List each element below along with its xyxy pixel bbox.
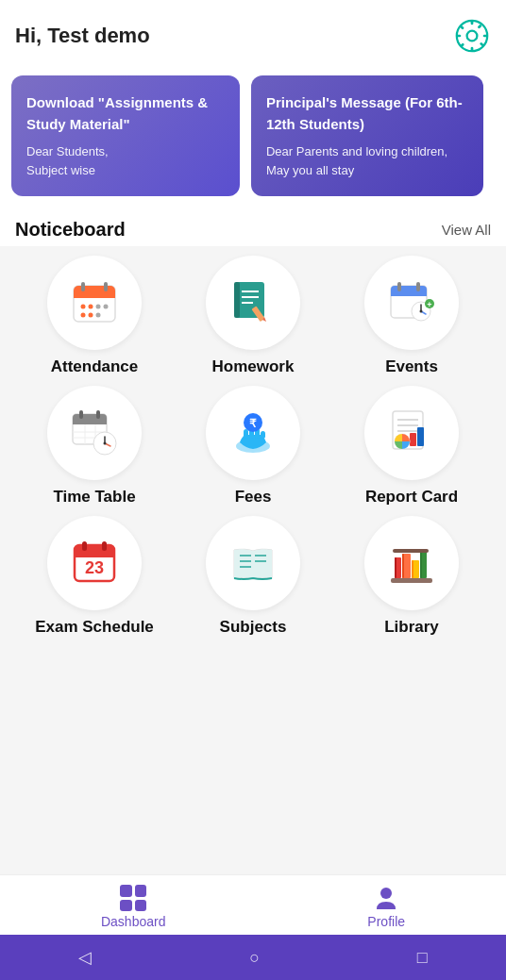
timetable-item[interactable]: Time Table	[28, 386, 160, 507]
svg-rect-86	[412, 560, 413, 578]
bottom-nav: Dashboard Profile	[0, 874, 506, 935]
examschedule-label: Exam Schedule	[35, 618, 154, 637]
banner-1-title: Download "Assignments & Study Material"	[26, 92, 225, 135]
reportcard-icon	[385, 407, 438, 459]
svg-rect-44	[79, 410, 83, 419]
profile-nav-label: Profile	[367, 914, 405, 929]
dashboard-icon	[120, 885, 146, 911]
reportcard-label: Report Card	[365, 488, 458, 507]
banner-2-sub: May you all stay	[266, 161, 468, 180]
svg-rect-4	[457, 35, 462, 38]
examschedule-item[interactable]: 23 Exam Schedule	[28, 516, 160, 637]
grid-row-3: 23 Exam Schedule	[15, 516, 491, 637]
svg-rect-23	[234, 282, 240, 318]
banner-card-2[interactable]: Principal's Message (For 6th-12th Studen…	[251, 75, 483, 196]
svg-rect-13	[81, 282, 85, 291]
svg-text:+: +	[427, 300, 431, 309]
subjects-icon	[227, 537, 279, 590]
svg-rect-66	[410, 433, 416, 446]
svg-text:₹: ₹	[249, 417, 257, 430]
homework-label: Homework	[212, 357, 295, 376]
attendance-icon	[68, 276, 121, 329]
library-icon-circle	[364, 516, 459, 610]
homework-icon	[227, 276, 279, 329]
svg-rect-89	[393, 549, 429, 553]
examschedule-icon: 23	[68, 537, 121, 590]
header-greeting: Hi, Test demo	[15, 24, 150, 48]
svg-rect-31	[391, 292, 427, 296]
fees-icon: ₹	[227, 407, 279, 459]
svg-text:23: 23	[85, 558, 104, 577]
svg-rect-72	[82, 541, 87, 551]
profile-icon	[373, 885, 399, 911]
subjects-label: Subjects	[220, 618, 287, 637]
svg-rect-5	[483, 35, 488, 38]
recent-button[interactable]: □	[417, 948, 428, 968]
svg-point-16	[89, 305, 93, 309]
banner-carousel: Download "Assignments & Study Material" …	[0, 66, 506, 206]
fees-item[interactable]: ₹ Fees	[187, 386, 319, 507]
svg-rect-71	[75, 553, 114, 557]
svg-point-54	[104, 442, 107, 445]
events-item[interactable]: + Events	[346, 256, 478, 376]
svg-point-20	[89, 313, 93, 318]
events-icon: +	[385, 276, 438, 329]
library-item[interactable]: Library	[346, 516, 478, 637]
settings-button[interactable]	[453, 17, 491, 55]
svg-point-15	[81, 305, 86, 309]
homework-icon-circle	[206, 256, 300, 350]
system-nav: ◁ ○ □	[0, 935, 506, 980]
homework-item[interactable]: Homework	[187, 256, 319, 376]
gear-icon	[455, 19, 489, 53]
svg-rect-33	[416, 282, 420, 291]
fees-icon-circle: ₹	[206, 386, 300, 480]
reportcard-item[interactable]: Report Card	[346, 386, 478, 507]
svg-rect-43	[73, 421, 107, 424]
svg-rect-73	[102, 541, 107, 551]
attendance-icon-circle	[47, 256, 142, 350]
svg-rect-32	[397, 282, 401, 291]
timetable-label: Time Table	[53, 488, 135, 507]
svg-point-21	[96, 313, 101, 318]
home-button[interactable]: ○	[249, 948, 260, 968]
svg-rect-84	[402, 554, 404, 578]
header: Hi, Test demo	[0, 0, 506, 66]
svg-point-17	[96, 305, 101, 309]
noticeboard-bar: Noticeboard View All	[0, 206, 506, 246]
svg-rect-3	[471, 47, 474, 52]
svg-rect-12	[74, 293, 115, 298]
banner-1-sub: Subject wise	[26, 161, 225, 180]
banner-card-1[interactable]: Download "Assignments & Study Material" …	[11, 75, 240, 196]
banner-2-body: Dear Parents and loving children,	[266, 142, 468, 161]
noticeboard-label: Noticeboard	[15, 219, 126, 241]
nav-profile[interactable]: Profile	[367, 885, 405, 929]
examschedule-icon-circle: 23	[47, 516, 142, 610]
banner-2-title: Principal's Message (For 6th-12th Studen…	[266, 92, 468, 135]
attendance-item[interactable]: Attendance	[28, 256, 160, 376]
svg-rect-45	[96, 410, 100, 419]
svg-rect-59	[261, 431, 265, 439]
library-icon	[385, 537, 438, 590]
back-button[interactable]: ◁	[78, 947, 92, 968]
svg-point-38	[420, 310, 423, 313]
svg-rect-82	[395, 557, 396, 578]
nav-dashboard[interactable]: Dashboard	[101, 885, 166, 929]
fees-label: Fees	[235, 488, 272, 507]
svg-rect-67	[417, 427, 424, 446]
events-icon-circle: +	[364, 256, 459, 350]
view-all-button[interactable]: View All	[442, 222, 491, 238]
library-label: Library	[384, 618, 439, 637]
features-grid: Attendance Homework	[0, 246, 506, 637]
events-label: Events	[385, 357, 438, 376]
svg-rect-56	[244, 429, 248, 439]
svg-point-18	[104, 305, 109, 309]
reportcard-icon-circle	[364, 386, 459, 480]
svg-rect-14	[104, 282, 108, 291]
svg-point-90	[380, 888, 392, 899]
timetable-icon	[68, 407, 121, 459]
svg-rect-88	[420, 551, 422, 578]
subjects-icon-circle	[206, 516, 300, 610]
grid-row-1: Attendance Homework	[15, 256, 491, 376]
attendance-label: Attendance	[51, 357, 139, 376]
subjects-item[interactable]: Subjects	[187, 516, 319, 637]
